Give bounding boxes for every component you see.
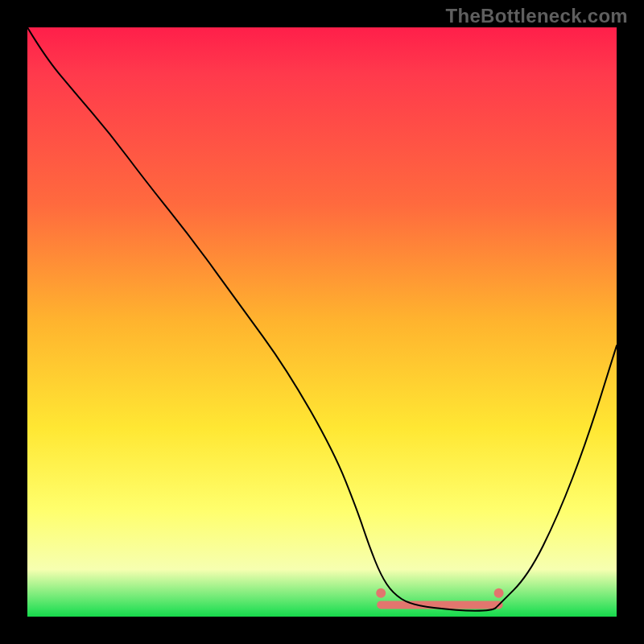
bottleneck-curve [27,27,617,611]
chart-svg [27,27,617,617]
highlight-dot-right [494,588,504,598]
plot-area [27,27,617,617]
chart-container: TheBottleneck.com [0,0,644,644]
watermark-text: TheBottleneck.com [446,5,628,27]
highlight-dot-left [376,588,386,598]
